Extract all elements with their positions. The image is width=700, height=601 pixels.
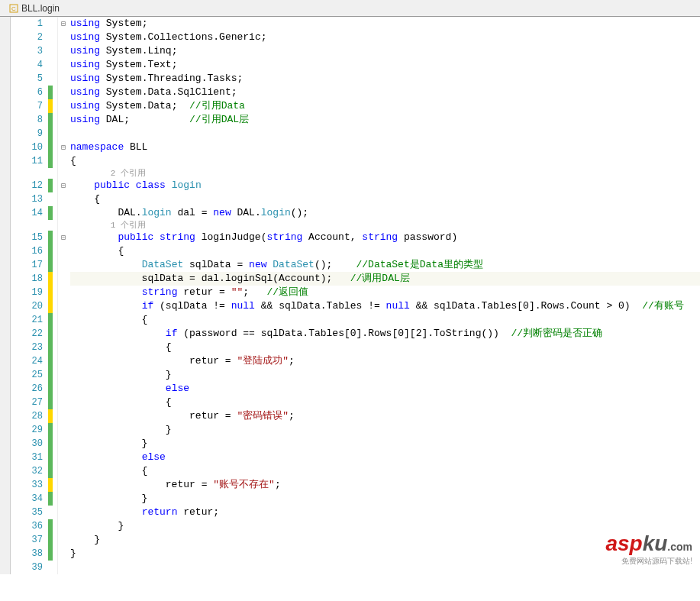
change-marker (48, 368, 53, 382)
code-line[interactable]: public string loginJudge(string Account,… (70, 231, 700, 244)
change-marker (48, 341, 53, 354)
code-line[interactable]: DataSet sqlData = new DataSet(); //DataS… (70, 258, 700, 272)
code-line[interactable]: if (password == sqlData.Tables[0].Rows[0… (70, 327, 700, 341)
fold-toggle (58, 44, 69, 58)
line-number: 7 (11, 99, 43, 113)
code-line[interactable]: using System.Data.SqlClient; (70, 86, 700, 99)
code-line[interactable]: using System.Collections.Generic; (70, 31, 700, 44)
code-line[interactable]: { (70, 464, 700, 478)
fold-toggle (58, 72, 69, 86)
code-line[interactable]: } (70, 437, 700, 451)
change-marker (48, 519, 53, 533)
line-number: 11 (11, 154, 43, 168)
line-number: 39 (11, 561, 43, 574)
change-marker (48, 327, 53, 341)
fold-toggle (58, 31, 69, 44)
line-number: 21 (11, 313, 43, 327)
line-number: 22 (11, 327, 43, 341)
code-line[interactable]: } (70, 423, 700, 437)
line-number: 14 (11, 206, 43, 220)
code-line[interactable]: { (70, 313, 700, 327)
line-number: 8 (11, 113, 43, 127)
code-line[interactable]: else (70, 382, 700, 396)
fold-toggle (58, 561, 69, 574)
code-line[interactable]: using System; (70, 17, 700, 31)
fold-toggle[interactable]: ⊟ (58, 179, 69, 192)
fold-toggle (58, 423, 69, 437)
fold-toggle (58, 519, 69, 533)
code-line[interactable]: else (70, 451, 700, 464)
watermark-subtitle: 免费网站源码下载站! (605, 556, 692, 567)
line-number: 15 (11, 231, 43, 244)
change-marker (48, 354, 53, 368)
change-marker (48, 299, 53, 313)
code-line[interactable]: using System.Data; //引用Data (70, 99, 700, 113)
code-line[interactable]: retur = "账号不存在"; (70, 478, 700, 492)
code-line[interactable]: using DAL; //引用DAL层 (70, 113, 700, 127)
code-line[interactable]: namespace BLL (70, 141, 700, 154)
change-marker (48, 409, 53, 423)
code-line[interactable]: public class login (70, 179, 700, 192)
fold-toggle (58, 258, 69, 272)
code-line[interactable]: { (70, 154, 700, 168)
fold-toggle (58, 451, 69, 464)
change-marker (48, 382, 53, 396)
code-line[interactable]: if (sqlData != null && sqlData.Tables !=… (70, 299, 700, 313)
change-marker (48, 437, 53, 451)
code-line[interactable]: { (70, 341, 700, 354)
fold-toggle[interactable]: ⊟ (58, 17, 69, 31)
code-area[interactable]: using System;using System.Collections.Ge… (69, 17, 700, 574)
change-marker (48, 478, 53, 492)
code-line[interactable]: { (70, 396, 700, 409)
fold-column: ⊟⊟⊟⊟ (58, 17, 69, 574)
change-marker (48, 206, 53, 220)
codelens-reference[interactable]: 1 个引用 (70, 220, 700, 231)
fold-toggle (58, 313, 69, 327)
line-number: 2 (11, 31, 43, 44)
fold-toggle (58, 533, 69, 547)
change-marker (48, 258, 53, 272)
code-line[interactable]: string retur = ""; //返回值 (70, 286, 700, 299)
fold-toggle (58, 99, 69, 113)
line-number: 9 (11, 127, 43, 141)
breakpoint-margin[interactable] (0, 17, 11, 574)
line-number: 33 (11, 478, 43, 492)
watermark-text-red: asp (605, 532, 642, 555)
code-line[interactable]: { (70, 192, 700, 206)
change-marker (48, 31, 53, 44)
code-line[interactable]: { (70, 244, 700, 258)
change-marker (48, 244, 53, 258)
code-editor[interactable]: 1234567891011121314151617181920212223242… (0, 17, 700, 574)
code-line[interactable]: using System.Text; (70, 58, 700, 72)
line-number: 19 (11, 286, 43, 299)
code-line[interactable]: } (70, 492, 700, 506)
code-line[interactable]: using System.Linq; (70, 44, 700, 58)
line-number: 4 (11, 58, 43, 72)
change-marker (48, 272, 53, 286)
code-line[interactable] (70, 127, 700, 141)
code-line[interactable]: return retur; (70, 506, 700, 519)
code-line[interactable]: retur = "登陆成功"; (70, 354, 700, 368)
fold-toggle (58, 327, 69, 341)
change-marker (48, 179, 53, 192)
fold-toggle (58, 437, 69, 451)
file-tab[interactable]: C BLL.login (3, 2, 66, 15)
code-line[interactable]: sqlData = dal.loginSql(Account); //调用DAL… (70, 272, 700, 286)
change-marker (48, 58, 53, 72)
fold-toggle (58, 113, 69, 127)
change-marker (48, 492, 53, 506)
fold-toggle[interactable]: ⊟ (58, 231, 69, 244)
codelens-reference[interactable]: 2 个引用 (70, 168, 700, 179)
line-number: 26 (11, 382, 43, 396)
watermark-text-black: ku (643, 532, 668, 555)
change-marker (48, 231, 53, 244)
code-line[interactable]: } (70, 368, 700, 382)
code-line[interactable]: DAL.login dal = new DAL.login(); (70, 206, 700, 220)
code-line[interactable]: using System.Threading.Tasks; (70, 72, 700, 86)
change-marker (48, 451, 53, 464)
fold-toggle[interactable]: ⊟ (58, 141, 69, 154)
code-line[interactable]: retur = "密码错误"; (70, 409, 700, 423)
line-number: 37 (11, 533, 43, 547)
line-number: 32 (11, 464, 43, 478)
line-number: 30 (11, 437, 43, 451)
